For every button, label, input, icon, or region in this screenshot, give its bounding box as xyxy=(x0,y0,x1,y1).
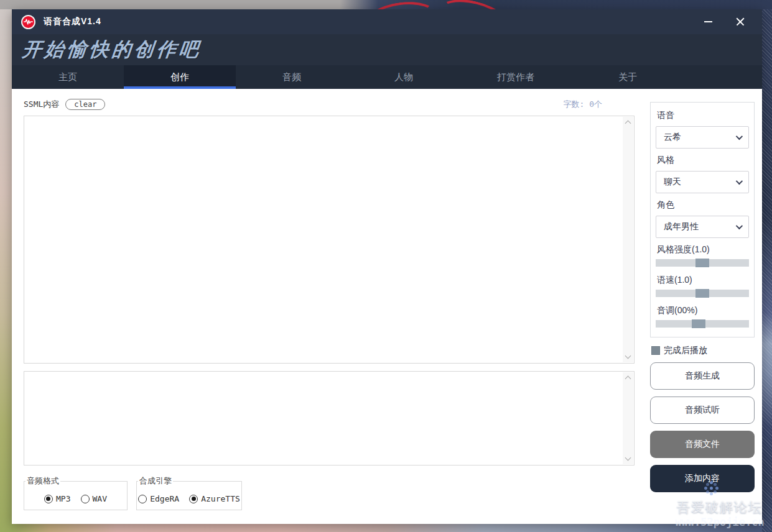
radio-mp3[interactable]: MP3 xyxy=(44,494,70,503)
style-select-value: 聊天 xyxy=(664,177,736,188)
pitch-slider[interactable] xyxy=(656,320,749,328)
desktop-bottom-strip xyxy=(12,524,762,532)
pitch-label: 音调(00%) xyxy=(657,305,749,316)
chevron-down-icon xyxy=(736,133,743,140)
tab-characters[interactable]: 人物 xyxy=(348,65,460,89)
add-content-button[interactable]: 添加内容 xyxy=(650,465,755,492)
rate-slider[interactable] xyxy=(656,290,749,297)
engine-group: 合成引擎 EdgeRA AzureTTS xyxy=(136,475,242,510)
tab-bar: 主页 创作 音频 人物 打赏作者 关于 xyxy=(12,65,762,89)
voice-label: 语音 xyxy=(657,110,749,121)
audio-format-group: 音频格式 MP3 WAV xyxy=(24,475,128,510)
close-icon xyxy=(736,17,745,26)
radio-edgera-label: EdgeRA xyxy=(150,494,179,503)
tab-audio[interactable]: 音频 xyxy=(236,65,348,89)
minimize-icon xyxy=(704,21,712,22)
close-button[interactable] xyxy=(726,9,755,34)
voice-select[interactable]: 云希 xyxy=(656,126,749,149)
char-count: 字数: 0个 xyxy=(564,99,602,110)
style-label: 风格 xyxy=(657,155,749,166)
editor-header: SSML内容 clear 字数: 0个 xyxy=(24,96,635,112)
checkbox-icon xyxy=(651,346,660,355)
editor-column: SSML内容 clear 字数: 0个 音频格式 xyxy=(24,96,635,524)
desktop-left-strip xyxy=(0,9,12,532)
audio-file-button[interactable]: 音频文件 xyxy=(650,431,755,458)
voice-settings-sidebar: 语音 云希 风格 聊天 角色 成年男性 风格强度(1.0) xyxy=(650,96,755,524)
radio-icon xyxy=(189,495,198,503)
ssml-textarea[interactable] xyxy=(24,116,635,364)
audio-format-legend: 音频格式 xyxy=(26,475,60,487)
ssml-label: SSML内容 xyxy=(24,99,59,110)
radio-icon xyxy=(44,495,53,503)
rate-label: 语速(1.0) xyxy=(657,275,749,286)
radio-azuretts-label: AzureTTS xyxy=(201,494,240,503)
role-label: 角色 xyxy=(657,200,749,211)
role-select[interactable]: 成年男性 xyxy=(656,216,749,238)
slider-thumb[interactable] xyxy=(695,289,709,298)
play-after-checkbox-row[interactable]: 完成后播放 xyxy=(651,345,755,356)
style-select[interactable]: 聊天 xyxy=(656,171,749,193)
scroll-down-icon xyxy=(625,455,631,461)
voice-select-value: 云希 xyxy=(664,132,736,143)
desktop-top-strip xyxy=(0,0,772,9)
desktop-right-strip xyxy=(762,9,772,532)
chevron-down-icon xyxy=(736,222,743,229)
radio-edgera[interactable]: EdgeRA xyxy=(138,494,179,503)
scrollbar[interactable] xyxy=(623,372,633,464)
fabric-red-ribbon xyxy=(361,0,440,9)
tab-create[interactable]: 创作 xyxy=(124,65,236,89)
window-title: 语音合成V1.4 xyxy=(44,16,101,27)
style-strength-label: 风格强度(1.0) xyxy=(657,244,749,255)
tab-home[interactable]: 主页 xyxy=(12,65,124,89)
engine-legend: 合成引擎 xyxy=(138,475,173,487)
scroll-up-icon xyxy=(625,121,631,127)
scroll-up-icon xyxy=(625,376,631,382)
banner-slogan: 开始愉快的创作吧 xyxy=(21,37,203,63)
style-strength-slider[interactable] xyxy=(656,259,749,267)
app-window: 语音合成V1.4 开始愉快的创作吧 主页 创作 音频 人物 打赏作者 关于 SS… xyxy=(12,9,762,524)
radio-icon xyxy=(138,495,147,503)
clear-button[interactable]: clear xyxy=(65,99,105,110)
banner: 开始愉快的创作吧 xyxy=(12,34,762,65)
title-bar: 语音合成V1.4 xyxy=(12,9,762,34)
tab-about[interactable]: 关于 xyxy=(572,65,684,89)
tab-donate[interactable]: 打赏作者 xyxy=(460,65,572,89)
scrollbar[interactable] xyxy=(623,117,633,362)
generate-audio-button[interactable]: 音频生成 xyxy=(650,362,755,390)
secondary-textarea[interactable] xyxy=(24,371,635,466)
radio-wav-label: WAV xyxy=(93,494,107,503)
scroll-down-icon xyxy=(625,353,631,359)
radio-wav[interactable]: WAV xyxy=(81,494,107,503)
slider-thumb[interactable] xyxy=(695,259,709,267)
radio-mp3-label: MP3 xyxy=(56,494,70,503)
slider-thumb[interactable] xyxy=(692,319,705,328)
voice-settings-panel: 语音 云希 风格 聊天 角色 成年男性 风格强度(1.0) xyxy=(650,102,755,337)
radio-icon xyxy=(81,495,90,503)
minimize-button[interactable] xyxy=(694,9,722,34)
create-page: SSML内容 clear 字数: 0个 音频格式 xyxy=(12,89,762,524)
radio-azuretts[interactable]: AzureTTS xyxy=(189,494,240,503)
options-row: 音频格式 MP3 WAV 合成引擎 EdgeRA xyxy=(24,472,635,510)
chevron-down-icon xyxy=(736,178,743,185)
app-logo-icon xyxy=(21,15,35,29)
play-after-label: 完成后播放 xyxy=(664,345,707,356)
role-select-value: 成年男性 xyxy=(664,221,736,232)
preview-audio-button[interactable]: 音频试听 xyxy=(650,397,755,424)
fabric-red-ribbon xyxy=(432,0,514,9)
